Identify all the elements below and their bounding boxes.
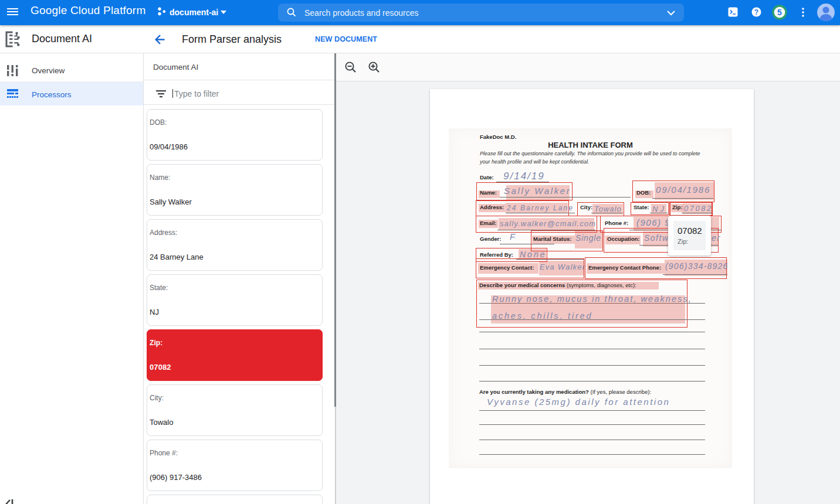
svg-text:5: 5 [777, 8, 782, 17]
svg-text:?: ? [754, 8, 758, 16]
